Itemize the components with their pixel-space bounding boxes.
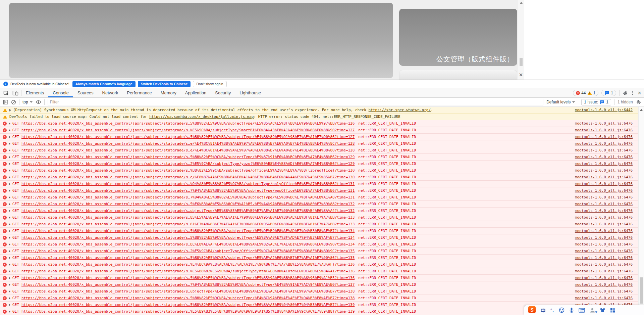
tab-elements[interactable]: Elements — [21, 88, 48, 97]
expand-arrow-icon[interactable] — [9, 210, 10, 212]
source-location-link[interactable]: mootools-1.6.0_all.js:6476 — [571, 175, 633, 179]
expand-arrow-icon[interactable] — [9, 203, 10, 206]
filter-input[interactable] — [48, 99, 544, 105]
scroll-up-icon[interactable] — [640, 109, 643, 111]
source-location-link[interactable]: mootools-1.6.0_all.js:6476 — [571, 229, 633, 233]
request-url-link[interactable]: https://bbs.o2oa.net:40020/x_bbs_assembl… — [21, 155, 355, 159]
source-location-link[interactable]: mootools-1.6.0_all.js:6476 — [571, 269, 633, 273]
request-url-link[interactable]: https://bbs.o2oa.net:40020/x_bbs_assembl… — [21, 222, 355, 226]
tab-sources[interactable]: Sources — [73, 88, 98, 97]
expand-arrow-icon[interactable] — [9, 297, 10, 300]
expand-arrow-icon[interactable] — [9, 304, 10, 306]
expand-arrow-icon[interactable] — [9, 277, 10, 279]
expand-arrow-icon[interactable] — [9, 243, 10, 246]
sogou-logo-icon[interactable]: S — [528, 306, 536, 313]
settings-gear-icon[interactable] — [623, 90, 628, 96]
expand-arrow-icon[interactable] — [9, 230, 10, 232]
source-location-link[interactable]: mootools-1.6.0_all.js:6476 — [571, 262, 633, 267]
close-icon[interactable]: ✕ — [518, 72, 524, 78]
expand-arrow-icon[interactable] — [9, 176, 10, 179]
source-location-link[interactable]: mootools-1.6.0_all.js:6476 — [571, 155, 633, 159]
scrollbar-thumb[interactable] — [520, 58, 523, 66]
dont-show-again-button[interactable]: Don't show again — [193, 81, 226, 87]
emoji-icon[interactable] — [559, 307, 565, 313]
source-location-link[interactable]: mootools-1.6.0_all.js:6476 — [571, 282, 633, 287]
source-location-link[interactable]: mootools-1.6.0_all.js:6476 — [571, 141, 633, 146]
source-location-link[interactable]: mootools-1.6.0_all.js:6476 — [571, 296, 633, 300]
expand-arrow-icon[interactable] — [9, 136, 10, 138]
console-sidebar-icon[interactable] — [3, 100, 8, 104]
source-location-link[interactable]: mootools-1.6.0_all.js:6476 — [571, 128, 633, 132]
source-location-link[interactable]: mootools-1.6.0_all.js:6476 — [571, 249, 633, 253]
request-url-link[interactable]: https://bbs.o2oa.net:40020/x_bbs_assembl… — [21, 148, 355, 152]
source-location-link[interactable]: mootools-1.6.0_all.js:6442 — [571, 108, 633, 112]
hidden-messages-label[interactable]: 1 hidden — [618, 100, 633, 104]
keyboard-icon[interactable] — [579, 308, 585, 313]
page-scrollbar[interactable] — [518, 0, 524, 80]
log-levels-selector[interactable]: Default levels — [546, 100, 575, 104]
tab-application[interactable]: Application — [181, 88, 211, 97]
issues-button[interactable]: 1 Issue: 1 — [581, 99, 611, 105]
context-selector[interactable]: top — [22, 100, 33, 104]
request-url-link[interactable]: https://bbs.o2oa.net:40020/x_bbs_assembl… — [21, 182, 355, 186]
expand-arrow-icon[interactable] — [9, 257, 10, 259]
request-url-link[interactable]: https://bbs.o2oa.net:40020/x_bbs_assembl… — [21, 282, 355, 287]
expand-arrow-icon[interactable] — [9, 163, 10, 165]
clear-console-icon[interactable] — [11, 100, 16, 105]
expand-arrow-icon[interactable] — [9, 223, 10, 226]
source-location-link[interactable]: mootools-1.6.0_all.js:6476 — [571, 256, 633, 260]
request-url-link[interactable]: https://bbs.o2oa.net:40020/x_bbs_assembl… — [21, 141, 355, 146]
source-location-link[interactable]: mootools-1.6.0_all.js:6476 — [571, 162, 633, 166]
request-url-link[interactable]: https://bbs.o2oa.net:40020/x_bbs_assembl… — [21, 128, 355, 132]
scrollbar-thumb[interactable] — [640, 277, 643, 304]
source-location-link[interactable]: mootools-1.6.0_all.js:6476 — [571, 289, 633, 294]
request-url-link[interactable]: https://bbs.o2oa.net:40020/x_bbs_assembl… — [21, 235, 355, 240]
inspect-element-icon[interactable] — [3, 90, 9, 96]
source-location-link[interactable]: mootools-1.6.0_all.js:6476 — [571, 121, 633, 126]
request-url-link[interactable]: https://bbs.o2oa.net:40020/x_bbs_assembl… — [21, 229, 355, 233]
microphone-icon[interactable] — [569, 307, 574, 313]
request-url-link[interactable]: https://bbs.o2oa.net:40020/x_bbs_assembl… — [21, 249, 355, 253]
request-url-link[interactable]: https://bbs.o2oa.net:40020/x_bbs_assembl… — [21, 168, 355, 173]
page-card-docmanage[interactable]: 公文管理（版式组件版） — [399, 9, 517, 66]
source-location-link[interactable]: mootools-1.6.0_all.js:6476 — [571, 168, 633, 173]
expand-arrow-icon[interactable] — [9, 169, 10, 172]
tab-console[interactable]: Console — [48, 88, 73, 97]
expand-arrow-icon[interactable] — [9, 283, 10, 286]
source-location-link[interactable]: mootools-1.6.0_all.js:6476 — [571, 182, 633, 186]
source-location-link[interactable]: mootools-1.6.0_all.js:6476 — [571, 202, 633, 206]
source-location-link[interactable]: mootools-1.6.0_all.js:6476 — [571, 235, 633, 240]
source-location-link[interactable]: mootools-1.6.0_all.js:6476 — [571, 135, 633, 139]
tab-memory[interactable]: Memory — [156, 88, 181, 97]
source-location-link[interactable]: mootools-1.6.0_all.js:6476 — [571, 222, 633, 226]
message-link[interactable]: https://xhr.spec.whatwg.org/ — [369, 108, 431, 112]
message-link[interactable]: https://oa.sxmhba.com/x_desktop/$all.min… — [149, 115, 254, 119]
expand-arrow-icon[interactable] — [9, 290, 10, 293]
source-location-link[interactable]: mootools-1.6.0_all.js:6476 — [571, 148, 633, 152]
expand-arrow-icon[interactable] — [9, 109, 11, 111]
request-url-link[interactable]: https://bbs.o2oa.net:40020/x_bbs_assembl… — [21, 303, 355, 307]
devtools-close-icon[interactable]: × — [638, 90, 641, 96]
expand-arrow-icon[interactable] — [9, 236, 10, 239]
expand-arrow-icon[interactable] — [9, 189, 10, 192]
source-location-link[interactable]: mootools-1.6.0_all.js:6476 — [571, 195, 633, 199]
expand-arrow-icon[interactable] — [9, 310, 10, 313]
expand-arrow-icon[interactable] — [9, 250, 10, 253]
request-url-link[interactable]: https://bbs.o2oa.net:40020/x_bbs_assembl… — [21, 256, 355, 260]
toolbox-grid-icon[interactable] — [610, 308, 615, 313]
message-counter[interactable]: 1 — [601, 90, 616, 96]
expand-arrow-icon[interactable] — [9, 270, 10, 273]
request-url-link[interactable]: https://bbs.o2oa.net:40020/x_bbs_assembl… — [21, 202, 355, 206]
skin-tshirt-icon[interactable] — [600, 308, 605, 313]
tab-security[interactable]: Security — [211, 88, 235, 97]
tab-performance[interactable]: Performance — [122, 88, 156, 97]
eye-icon[interactable] — [36, 100, 41, 104]
request-url-link[interactable]: https://bbs.o2oa.net:40020/x_bbs_assembl… — [21, 215, 355, 220]
request-url-link[interactable]: https://bbs.o2oa.net:40020/x_bbs_assembl… — [21, 135, 355, 139]
request-url-link[interactable]: https://bbs.o2oa.net:40020/x_bbs_assembl… — [21, 188, 355, 193]
user-mode-icon[interactable]: 27 — [590, 308, 595, 313]
expand-arrow-icon[interactable] — [9, 129, 10, 132]
request-url-link[interactable]: https://bbs.o2oa.net:40020/x_bbs_assembl… — [21, 242, 355, 246]
source-location-link[interactable]: mootools-1.6.0_all.js:6476 — [571, 209, 633, 213]
error-warning-counter[interactable]: ✕ 44 1 — [573, 90, 598, 96]
